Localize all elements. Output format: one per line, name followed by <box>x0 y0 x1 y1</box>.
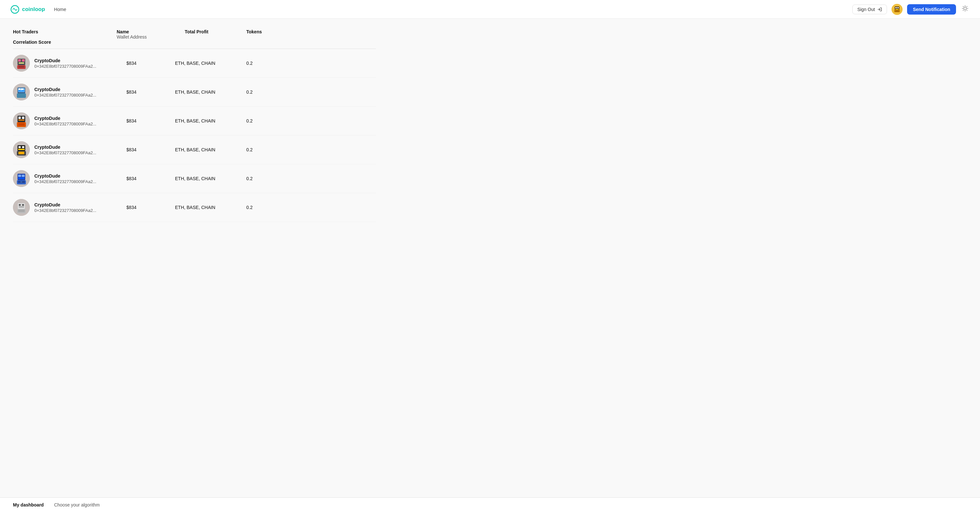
col-tokens-header: Tokens <box>246 29 311 40</box>
logo[interactable]: coinloop <box>10 5 45 14</box>
svg-rect-20 <box>22 59 25 62</box>
svg-rect-7 <box>895 10 899 12</box>
table-row[interactable]: CryptoDude 0×342E8bf072327708009FAa2... … <box>13 135 376 164</box>
trader-wallet: 0×342E8bf072327708009FAa2... <box>34 64 96 69</box>
trader-avatar: EE <box>13 170 30 187</box>
svg-rect-21 <box>19 62 24 64</box>
svg-rect-23 <box>19 66 24 68</box>
svg-rect-57 <box>22 204 24 206</box>
trader-avatar <box>13 141 30 158</box>
trader-wallet: 0×342E8bf072327708009FAa2... <box>34 208 96 213</box>
trader-avatar: CC <box>13 84 30 100</box>
svg-line-14 <box>966 10 967 10</box>
traders-table: Hot Traders Name Wallet Address Total Pr… <box>13 29 376 222</box>
svg-line-15 <box>966 6 967 7</box>
trader-name: CryptoDude <box>34 145 96 150</box>
svg-text:EE: EE <box>21 181 22 183</box>
profit-cell: $834 <box>117 147 175 152</box>
svg-rect-3 <box>896 7 897 8</box>
col-correlation-header: Correlation Score <box>13 40 117 45</box>
sun-icon <box>962 5 968 12</box>
col-hot-traders-header: Hot Traders <box>13 29 117 40</box>
score-cell: 0.2 <box>246 147 311 152</box>
svg-rect-27 <box>19 89 21 90</box>
trader-info: CryptoDude 0×342E8bf072327708009FAa2... <box>34 116 96 126</box>
svg-rect-5 <box>896 9 899 10</box>
trader-info: CryptoDude 0×342E8bf072327708009FAa2... <box>34 58 96 69</box>
header-left: coinloop Home <box>10 5 66 14</box>
sign-out-label: Sign Out <box>857 7 875 12</box>
svg-rect-58 <box>19 207 24 207</box>
trader-avatar <box>13 113 30 129</box>
trader-avatar <box>13 199 30 216</box>
col-total-profit-header: Total Profit <box>175 29 246 40</box>
svg-rect-48 <box>18 175 21 177</box>
svg-line-16 <box>963 10 964 10</box>
trader-cell: CryptoDude 0×342E8bf072327708009FAa2... <box>13 141 117 158</box>
profit-cell: $834 <box>117 118 175 124</box>
svg-rect-60 <box>18 210 25 212</box>
nav-home[interactable]: Home <box>54 7 66 12</box>
trader-wallet: 0×342E8bf072327708009FAa2... <box>34 150 96 155</box>
trader-wallet: 0×342E8bf072327708009FAa2... <box>34 179 96 184</box>
trader-info: CryptoDude 0×342E8bf072327708009FAa2... <box>34 145 96 155</box>
trader-avatar <box>13 55 30 72</box>
trader-name: CryptoDude <box>34 87 96 92</box>
trader-cell: CryptoDude 0×342E8bf072327708009FAa2... <box>13 113 117 129</box>
trader-name: CryptoDude <box>34 116 96 121</box>
main-content: Hot Traders Name Wallet Address Total Pr… <box>0 19 389 248</box>
svg-rect-41 <box>19 146 21 148</box>
svg-rect-31 <box>17 93 26 98</box>
trader-cell: CC CryptoDude 0×342E8bf072327708009FAa2.… <box>13 84 117 100</box>
header: coinloop Home Sign Out Send Notification <box>0 0 980 19</box>
score-cell: 0.2 <box>246 89 311 95</box>
svg-rect-43 <box>18 149 25 150</box>
col-name-wallet-header: Name Wallet Address <box>117 29 175 40</box>
trader-name: CryptoDude <box>34 58 96 63</box>
svg-rect-50 <box>18 178 25 179</box>
table-row[interactable]: EE CryptoDude 0×342E8bf072327708009FAa2.… <box>13 164 376 193</box>
col-name-label: Name <box>117 29 175 34</box>
svg-rect-38 <box>18 123 25 126</box>
svg-rect-36 <box>19 119 24 121</box>
user-avatar-icon <box>891 4 902 15</box>
table-rows-container: CryptoDude 0×342E8bf072327708009FAa2... … <box>13 49 376 222</box>
tokens-cell: ETH, BASE, CHAIN <box>175 147 246 152</box>
user-avatar-button[interactable] <box>891 4 902 15</box>
svg-rect-19 <box>18 59 21 62</box>
trader-cell: CryptoDude 0×342E8bf072327708009FAa2... <box>13 55 117 72</box>
send-notification-button[interactable]: Send Notification <box>907 4 956 14</box>
profit-cell: $834 <box>117 205 175 210</box>
tokens-cell: ETH, BASE, CHAIN <box>175 89 246 95</box>
trader-cell: EE CryptoDude 0×342E8bf072327708009FAa2.… <box>13 170 117 187</box>
table-row[interactable]: CryptoDude 0×342E8bf072327708009FAa2... … <box>13 49 376 78</box>
tokens-cell: ETH, BASE, CHAIN <box>175 205 246 210</box>
table-row[interactable]: CryptoDude 0×342E8bf072327708009FAa2... … <box>13 193 376 222</box>
trader-info: CryptoDude 0×342E8bf072327708009FAa2... <box>34 87 96 97</box>
sign-out-icon <box>877 7 882 12</box>
trader-info: CryptoDude 0×342E8bf072327708009FAa2... <box>34 173 96 184</box>
trader-wallet: 0×342E8bf072327708009FAa2... <box>34 121 96 126</box>
col-wallet-label: Wallet Address <box>117 34 175 40</box>
svg-rect-56 <box>19 204 21 206</box>
svg-rect-42 <box>22 146 24 148</box>
svg-rect-4 <box>897 7 899 8</box>
trader-cell: CryptoDude 0×342E8bf072327708009FAa2... <box>13 199 117 216</box>
score-cell: 0.2 <box>246 60 311 66</box>
coinloop-logo-icon <box>10 5 19 14</box>
score-cell: 0.2 <box>246 205 311 210</box>
svg-point-8 <box>964 7 966 10</box>
svg-rect-55 <box>18 203 25 209</box>
trader-info: CryptoDude 0×342E8bf072327708009FAa2... <box>34 202 96 213</box>
score-cell: 0.2 <box>246 118 311 124</box>
svg-rect-40 <box>18 145 25 151</box>
trader-name: CryptoDude <box>34 202 96 207</box>
table-row[interactable]: CC CryptoDude 0×342E8bf072327708009FAa2.… <box>13 78 376 107</box>
logo-text: coinloop <box>22 6 45 13</box>
svg-rect-45 <box>19 152 24 154</box>
table-row[interactable]: CryptoDude 0×342E8bf072327708009FAa2... … <box>13 107 376 135</box>
svg-rect-33 <box>18 116 25 122</box>
tokens-cell: ETH, BASE, CHAIN <box>175 176 246 181</box>
sign-out-button[interactable]: Sign Out <box>852 5 887 14</box>
theme-toggle-button[interactable] <box>961 4 970 14</box>
